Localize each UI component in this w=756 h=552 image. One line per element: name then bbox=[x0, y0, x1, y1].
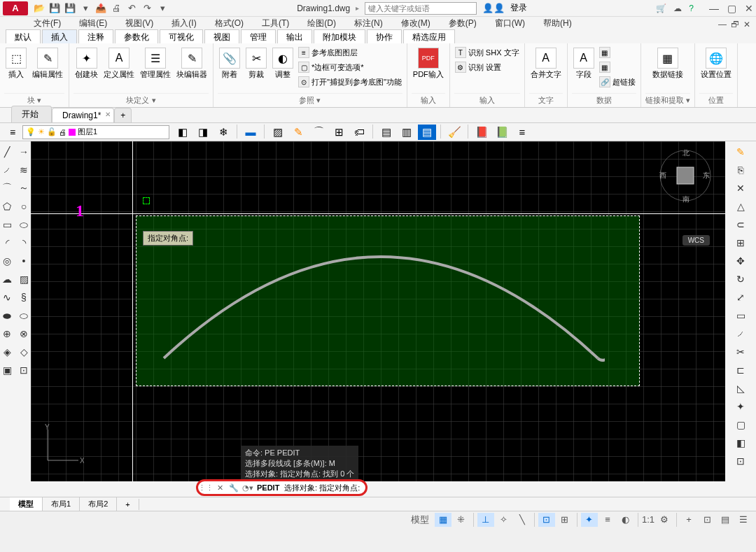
close-button[interactable]: ✕ bbox=[745, 3, 753, 14]
help-icon[interactable]: ? bbox=[689, 3, 694, 13]
book2-icon[interactable]: 📗 bbox=[493, 125, 511, 140]
broom-icon[interactable]: 🧹 bbox=[445, 125, 463, 140]
layer-off-icon[interactable]: ◨ bbox=[194, 125, 212, 140]
pencil-tool[interactable]: ✎ bbox=[733, 144, 748, 160]
data-btn2[interactable]: ▦ bbox=[598, 61, 636, 73]
helix-tool[interactable]: § bbox=[16, 290, 31, 305]
move-tool[interactable]: ✥ bbox=[733, 253, 748, 269]
block-editor-button[interactable]: ✎块编辑器 bbox=[175, 46, 209, 80]
t2-tool[interactable]: ⊗ bbox=[16, 326, 31, 341]
search-input[interactable] bbox=[365, 2, 477, 15]
ray-tool[interactable]: → bbox=[16, 144, 31, 160]
share-icon[interactable]: 📤 bbox=[95, 3, 106, 14]
copy-tool[interactable]: ⎘ bbox=[733, 162, 748, 178]
polygon-tool[interactable]: ⬠ bbox=[0, 199, 15, 214]
ell2-tool[interactable]: ⬬ bbox=[0, 308, 15, 323]
tab-visual[interactable]: 可视化 bbox=[160, 29, 203, 43]
wcs-badge[interactable]: WCS bbox=[682, 235, 710, 246]
underlay-layers-button[interactable]: ≡参考底图图层 bbox=[298, 46, 402, 59]
tab-featured[interactable]: 精选应用 bbox=[403, 29, 455, 43]
manage-attr-button[interactable]: ☰管理属性 bbox=[139, 46, 172, 80]
combine-text-button[interactable]: A合并文字 bbox=[529, 46, 563, 80]
menu-format[interactable]: 格式(O) bbox=[215, 17, 244, 29]
chamfer-tool[interactable]: ◺ bbox=[733, 381, 748, 396]
align-icon[interactable]: ▤ bbox=[377, 125, 396, 140]
tab-insert[interactable]: 插入 bbox=[42, 29, 77, 43]
circle-tool[interactable]: ○ bbox=[16, 199, 31, 214]
model-space-button[interactable]: 模型 bbox=[407, 513, 433, 527]
stretch-tool[interactable]: ▭ bbox=[733, 308, 748, 323]
layer-props-icon[interactable]: ≡ bbox=[4, 125, 21, 140]
ell3-tool[interactable]: ⬭ bbox=[16, 308, 31, 323]
save-icon[interactable]: 💾 bbox=[49, 3, 60, 14]
frame-vary-button[interactable]: ▢*边框可变选项* bbox=[298, 61, 402, 73]
panel-label[interactable]: 链接和提取 ▾ bbox=[645, 93, 690, 107]
s2[interactable]: ▤ bbox=[717, 513, 734, 527]
erase-tool[interactable]: ✕ bbox=[733, 181, 748, 196]
maximize-button[interactable]: ▢ bbox=[727, 3, 736, 14]
offset-tool[interactable]: ⊂ bbox=[733, 217, 748, 232]
redo-icon[interactable]: ↷ bbox=[141, 3, 153, 14]
tab-default[interactable]: 默认 bbox=[6, 29, 41, 43]
cmd-wrench-icon[interactable]: 🔧 bbox=[229, 483, 239, 493]
menu-edit[interactable]: 编辑(E) bbox=[79, 17, 107, 29]
pdf-import-button[interactable]: PDFPDF输入 bbox=[412, 46, 445, 80]
command-input-pill[interactable]: ⋮⋮ ✕ 🔧 ◔▾ PEDIT 选择对象: 指定对角点: bbox=[196, 479, 368, 496]
pline-tool[interactable]: ⟋ bbox=[0, 162, 15, 178]
layer-iso-icon[interactable]: ◧ bbox=[174, 125, 192, 140]
m2-tool[interactable]: ◧ bbox=[733, 435, 748, 451]
scale-button[interactable]: 1:1 bbox=[642, 513, 654, 527]
drawing-canvas[interactable]: document.write(Array.from({length:40},(_… bbox=[31, 141, 725, 481]
scale-tool[interactable]: ⤢ bbox=[733, 290, 748, 305]
viewcube[interactable]: 北南西东 bbox=[658, 148, 713, 203]
field-button[interactable]: A字段 bbox=[572, 46, 596, 80]
book-icon[interactable]: 📕 bbox=[472, 125, 491, 140]
cloud-icon[interactable]: ☁ bbox=[673, 3, 682, 13]
grid-toggle[interactable]: ▦ bbox=[435, 513, 451, 527]
close-tab-icon[interactable]: ✕ bbox=[105, 111, 111, 118]
tab-param[interactable]: 参数化 bbox=[115, 29, 158, 43]
tab-model[interactable]: 模型 bbox=[10, 497, 43, 511]
s1[interactable]: ⊡ bbox=[699, 513, 715, 527]
hatch-tool[interactable]: ▨ bbox=[16, 271, 31, 287]
pen-icon[interactable]: ✎ bbox=[289, 125, 307, 140]
recog-settings-button[interactable]: ⚙识别 设置 bbox=[454, 61, 520, 73]
gear-button[interactable]: ⚙ bbox=[656, 513, 673, 527]
cloud-tool[interactable]: ☁ bbox=[0, 271, 15, 287]
point-tool[interactable]: • bbox=[16, 253, 31, 269]
menu-tools[interactable]: 工具(T) bbox=[262, 17, 289, 29]
t1-tool[interactable]: ⊕ bbox=[0, 326, 15, 341]
ellipse-tool[interactable]: ⬭ bbox=[16, 217, 31, 232]
menu-modify[interactable]: 修改(M) bbox=[401, 17, 430, 29]
tab-addin[interactable]: 附加模块 bbox=[314, 29, 365, 43]
explode-tool[interactable]: ✦ bbox=[733, 399, 748, 414]
minimize-button[interactable]: — bbox=[709, 3, 719, 14]
tab-output[interactable]: 输出 bbox=[277, 29, 312, 43]
align2-icon[interactable]: ▥ bbox=[398, 125, 416, 140]
trim-tool[interactable]: ⟋ bbox=[733, 326, 748, 341]
child-max-button[interactable]: 🗗 bbox=[731, 20, 739, 29]
donut-tool[interactable]: ◎ bbox=[0, 253, 15, 269]
qat-more-icon[interactable]: ▾ bbox=[157, 3, 168, 14]
grid-icon[interactable]: ⊞ bbox=[330, 125, 348, 140]
menu-dim[interactable]: 标注(N) bbox=[354, 17, 383, 29]
t5-tool[interactable]: ▣ bbox=[0, 362, 15, 378]
hyperlink-button[interactable]: 🔗超链接 bbox=[598, 76, 636, 88]
m3-tool[interactable]: ⊡ bbox=[733, 453, 748, 469]
mirror-tool[interactable]: △ bbox=[733, 199, 748, 214]
create-block-button[interactable]: ✦创建块 bbox=[74, 46, 99, 80]
panel-label[interactable]: 块 ▾ bbox=[4, 93, 64, 107]
shx-text-button[interactable]: T识别 SHX 文字 bbox=[454, 46, 520, 59]
layers2-icon[interactable]: ≡ bbox=[513, 125, 531, 140]
panel-label[interactable]: 块定义 ▾ bbox=[74, 93, 209, 107]
m1-tool[interactable]: ▢ bbox=[733, 417, 748, 432]
dyninput-toggle[interactable]: ✦ bbox=[581, 513, 598, 527]
saveas-icon[interactable]: 💾 bbox=[64, 3, 76, 14]
insert-block-button[interactable]: ⬚插入 bbox=[4, 46, 28, 80]
cmd-close-icon[interactable]: ✕ bbox=[215, 483, 225, 493]
tag-icon[interactable]: 🏷 bbox=[350, 125, 368, 140]
3dosnap-toggle[interactable]: ⊞ bbox=[556, 513, 573, 527]
data-link-button[interactable]: ▦数据链接 bbox=[651, 46, 685, 80]
mline-tool[interactable]: ≋ bbox=[16, 162, 31, 178]
define-attr-button[interactable]: A定义属性 bbox=[102, 46, 136, 80]
